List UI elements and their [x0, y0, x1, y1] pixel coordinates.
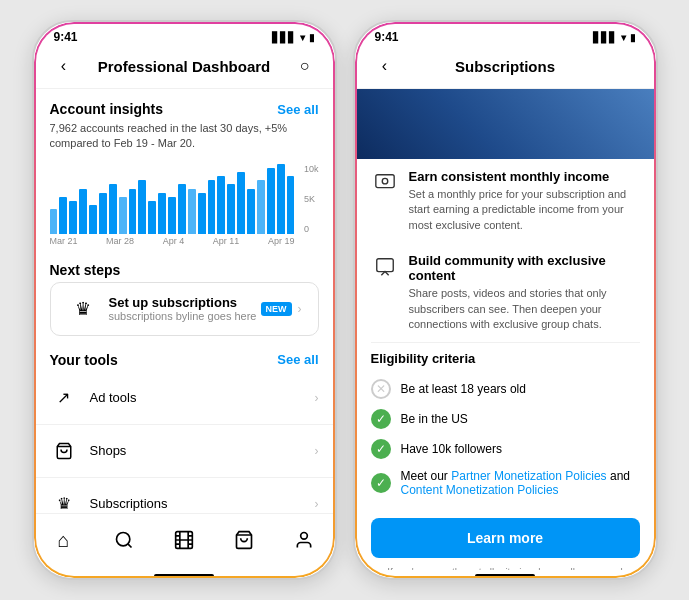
criteria-policies-icon: ✓: [371, 473, 391, 493]
next-steps-sublabel: subscriptions byline goes here: [109, 310, 261, 322]
chart-bar: [178, 184, 186, 233]
shops-chevron: ›: [315, 444, 319, 458]
svg-point-1: [116, 533, 129, 546]
nav-home[interactable]: ⌂: [46, 522, 82, 558]
new-badge: NEW: [261, 302, 292, 316]
nav-profile[interactable]: [286, 522, 322, 558]
screen-content-right: Earn consistent monthly income Set a mon…: [355, 89, 656, 570]
feature-income: Earn consistent monthly income Set a mon…: [355, 159, 656, 243]
nav-search[interactable]: [106, 522, 142, 558]
shops-icon: [50, 437, 78, 465]
left-phone: 9:41 ▋▋▋ ▾ ▮ ‹ Professional Dashboard ○ …: [32, 20, 337, 580]
back-button-right[interactable]: ‹: [371, 52, 399, 80]
feature-income-icon: [371, 169, 399, 197]
criteria-age: ✕ Be at least 18 years old: [371, 374, 640, 404]
home-indicator-left: [154, 574, 214, 578]
tools-item-subscriptions[interactable]: ♛ Subscriptions ›: [34, 478, 335, 513]
account-insights-header: Account insights See all: [34, 89, 335, 121]
chart-bar: [79, 189, 87, 234]
chart-y-labels: 10k 5K 0: [304, 164, 319, 234]
eligibility-title: Eligibility criteria: [371, 351, 640, 366]
account-insights-title: Account insights: [50, 101, 164, 117]
chart-x-label-5: Apr 19: [268, 236, 295, 246]
criteria-followers: ✓ Have 10k followers: [371, 434, 640, 464]
chart-x-labels: Mar 21 Mar 28 Apr 4 Apr 11 Apr 19: [50, 236, 319, 246]
your-tools-see-all[interactable]: See all: [277, 352, 318, 367]
criteria-us-icon: ✓: [371, 409, 391, 429]
status-time-left: 9:41: [54, 30, 78, 44]
chart-bar: [227, 184, 235, 233]
chart-bar: [168, 197, 176, 234]
action-button-left[interactable]: ○: [290, 52, 318, 80]
home-indicator-right: [475, 574, 535, 578]
chart-y-label-top: 10k: [304, 164, 319, 174]
svg-rect-13: [375, 175, 393, 188]
page-title-right: Subscriptions: [455, 58, 555, 75]
nav-shop[interactable]: [226, 522, 262, 558]
next-steps-title: Next steps: [50, 262, 121, 278]
content-policy-link[interactable]: Content Monetization Policies: [401, 483, 559, 497]
criteria-policies: ✓ Meet our Partner Monetization Policies…: [371, 464, 640, 502]
ad-tools-label: Ad tools: [90, 390, 315, 405]
chart-bar: [89, 205, 97, 234]
learn-more-button[interactable]: Learn more: [371, 518, 640, 558]
chart-bar: [50, 209, 58, 234]
chart-bar: [247, 189, 255, 234]
chart-bar: [109, 184, 117, 233]
eligibility-section: Eligibility criteria ✕ Be at least 18 ye…: [355, 343, 656, 506]
screen-content-left: Account insights See all 7,962 accounts …: [34, 89, 335, 513]
criteria-policies-text: Meet our Partner Monetization Policies a…: [401, 469, 640, 497]
right-phone: 9:41 ▋▋▋ ▾ ▮ ‹ Subscriptions: [353, 20, 658, 580]
criteria-followers-icon: ✓: [371, 439, 391, 459]
feature-community-desc: Share posts, videos and stories that onl…: [409, 286, 640, 332]
chart-bar: [198, 193, 206, 234]
svg-line-2: [128, 544, 132, 548]
next-steps-item[interactable]: ♛ Set up subscriptions subscriptions byl…: [50, 282, 319, 336]
shops-label: Shops: [90, 443, 315, 458]
hero-image: [355, 89, 656, 159]
chart-bars: [50, 164, 319, 234]
nav-header-right: ‹ Subscriptions: [355, 48, 656, 89]
chart-bar: [148, 201, 156, 234]
account-insights-see-all[interactable]: See all: [277, 102, 318, 117]
chart-x-label-1: Mar 21: [50, 236, 78, 246]
feature-community-icon: [371, 253, 399, 281]
partner-policy-link[interactable]: Partner Monetization Policies: [451, 469, 606, 483]
chart-x-label-2: Mar 28: [106, 236, 134, 246]
next-steps-header: Next steps: [34, 250, 335, 282]
status-icons-right: ▋▋▋ ▾ ▮: [593, 32, 636, 43]
disclaimer-text: If you've recently met all criteria, ple…: [355, 566, 656, 570]
subscriptions-label: Subscriptions: [90, 496, 315, 511]
your-tools-title: Your tools: [50, 352, 118, 368]
chart-bar: [129, 189, 137, 234]
chart-bar: [267, 168, 275, 234]
criteria-age-text: Be at least 18 years old: [401, 382, 526, 396]
criteria-age-icon: ✕: [371, 379, 391, 399]
nav-reels[interactable]: [166, 522, 202, 558]
subscriptions-icon: ♛: [50, 490, 78, 513]
chart-bar: [158, 193, 166, 234]
signal-icon-right: ▋▋▋: [593, 32, 617, 43]
back-button-left[interactable]: ‹: [50, 52, 78, 80]
chart-bar: [59, 197, 67, 234]
page-title-left: Professional Dashboard: [98, 58, 271, 75]
subscriptions-chevron: ›: [315, 497, 319, 511]
your-tools-header: Your tools See all: [34, 340, 335, 372]
feature-income-desc: Set a monthly price for your subscriptio…: [409, 187, 640, 233]
chart-bar: [119, 197, 127, 234]
tools-item-ad-tools[interactable]: ↗ Ad tools ›: [34, 372, 335, 425]
status-bar-right: 9:41 ▋▋▋ ▾ ▮: [355, 22, 656, 48]
wifi-icon-right: ▾: [621, 32, 626, 43]
signal-icon: ▋▋▋: [272, 32, 296, 43]
chart-bar: [138, 180, 146, 234]
nav-header-left: ‹ Professional Dashboard ○: [34, 48, 335, 89]
tools-item-shops[interactable]: Shops ›: [34, 425, 335, 478]
battery-icon: ▮: [309, 32, 315, 43]
next-steps-label: Set up subscriptions: [109, 295, 261, 310]
bottom-nav-left: ⌂: [34, 513, 335, 570]
chart-bar: [188, 189, 196, 234]
svg-rect-15: [376, 259, 393, 272]
feature-community-title: Build community with exclusive content: [409, 253, 640, 283]
next-steps-chevron: ›: [298, 302, 302, 316]
ad-tools-chevron: ›: [315, 391, 319, 405]
